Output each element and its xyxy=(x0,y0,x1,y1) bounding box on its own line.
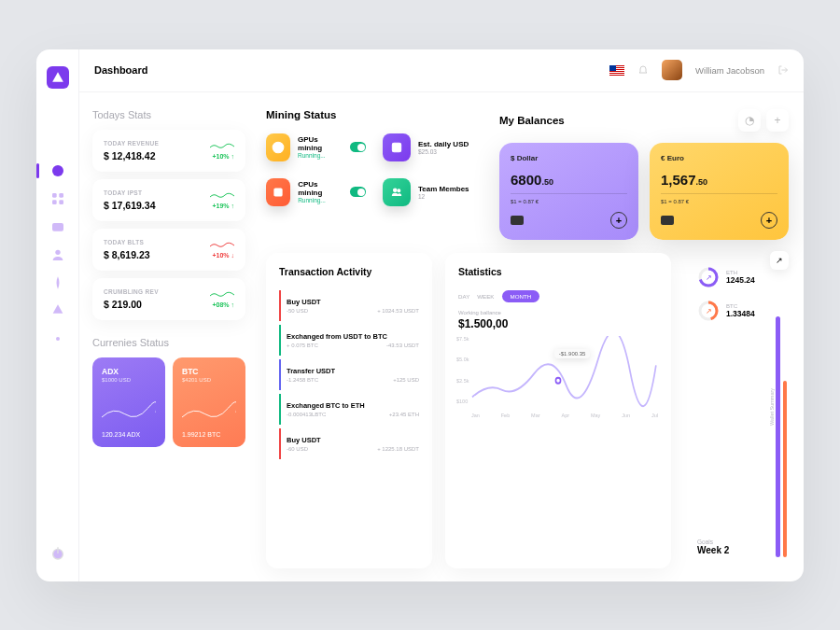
mining-item: GPUs miningRunning... xyxy=(266,133,366,161)
stats-heading: Todays Stats xyxy=(92,109,245,120)
svg-point-6 xyxy=(55,249,60,254)
mining-section: Mining Status GPUs miningRunning...Est. … xyxy=(266,109,483,240)
balances-heading: My Balances xyxy=(499,115,565,126)
main-area: Dashboard William Jacobson Todays Stats … xyxy=(79,49,804,581)
goals-label: Goals xyxy=(697,539,776,545)
stat-label: CRUMBLING REV xyxy=(104,288,159,295)
stat-card[interactable]: TODAY REVENUE$ 12,418.42+10% ↑ xyxy=(92,130,245,172)
mining-item: CPUs miningRunning... xyxy=(266,178,366,206)
goals-panel: ↗ ↗ETH1245.24↗BTC1.33484 Goals Week 2 Wa… xyxy=(684,253,789,568)
stat-card[interactable]: TODAY IPST$ 17,619.34+19% ↑ xyxy=(92,179,245,221)
card-chip-icon xyxy=(661,216,674,225)
svg-text:↗: ↗ xyxy=(706,307,712,315)
balance-card-dollar[interactable]: $ Dollar6800.50$1 = 0.87 €+ xyxy=(499,143,638,240)
side-column: Todays Stats TODAY REVENUE$ 12,418.42+10… xyxy=(79,92,259,581)
toggle-switch[interactable] xyxy=(350,187,366,197)
transaction-item[interactable]: Exchanged BTC to ETH-0.000413LBTC+23.45 … xyxy=(279,394,419,425)
balance-chart: $7.5k$5.0k$2.5k$100 -$1.900.35 JanFebMar… xyxy=(458,336,658,418)
svg-point-7 xyxy=(56,337,60,341)
stat-pct: +10% ↑ xyxy=(212,153,234,160)
rail-active-indicator xyxy=(36,163,39,178)
nav-activity-icon[interactable] xyxy=(50,275,65,290)
svg-rect-1 xyxy=(52,193,57,198)
svg-rect-5 xyxy=(52,223,63,231)
chart-icon[interactable]: ◔ xyxy=(738,109,761,132)
transactions-heading: Transaction Activity xyxy=(279,266,419,277)
nav-wallet-icon[interactable] xyxy=(50,219,65,234)
goals-value: Week 2 xyxy=(697,545,776,555)
stat-value: $ 8,619.23 xyxy=(104,249,150,260)
svg-point-16 xyxy=(555,377,560,383)
stats-tab-month[interactable]: MONTH xyxy=(502,290,540,302)
svg-rect-3 xyxy=(52,200,57,204)
stat-card[interactable]: CRUMBLING REV$ 219.00+08% ↑ xyxy=(92,278,245,320)
mining-item: Team Membes12 xyxy=(383,178,483,206)
stat-pct: +10% ↓ xyxy=(212,252,234,259)
stat-pct: +19% ↑ xyxy=(212,203,234,209)
currencies-heading: Currenies Status xyxy=(92,337,245,348)
topbar: Dashboard William Jacobson xyxy=(79,49,804,92)
wallet-summary-label: Wallet Summary xyxy=(769,388,775,426)
balance-card-euro[interactable]: € Euro1,567.50$1 = 0.87 €+ xyxy=(650,143,789,240)
stat-card[interactable]: TODAY BLTS$ 8,619.23+10% ↓ xyxy=(92,229,245,271)
add-button[interactable]: + xyxy=(610,212,627,229)
goal-item: ↗ETH1245.24 xyxy=(697,266,776,288)
transaction-item[interactable]: Buy USDT-60 USD+ 1225.18 USDT xyxy=(279,428,419,459)
transaction-item[interactable]: Buy USDT-50 USD+ 1024.53 USDT xyxy=(279,290,419,321)
working-balance-label: Working ballance xyxy=(458,310,658,315)
chart-tooltip: -$1.900.35 xyxy=(554,349,591,358)
mining-item: Est. daily USD$25.03 xyxy=(383,133,483,161)
page-title: Dashboard xyxy=(94,64,147,76)
stat-label: TODAY BLTS xyxy=(104,239,150,245)
flag-us-icon[interactable] xyxy=(609,65,624,76)
toggle-switch[interactable] xyxy=(350,142,366,152)
stats-tab-day[interactable]: DAY xyxy=(458,293,469,300)
nav-alerts-icon[interactable] xyxy=(50,303,65,318)
transaction-item[interactable]: Transfer USDT-1.2458 BTC+125 USD xyxy=(279,359,419,390)
nav-apps-icon[interactable] xyxy=(50,191,65,206)
summary-bar xyxy=(776,316,780,556)
currency-card-adx[interactable]: ADX$1000 USD120.234 ADX xyxy=(92,357,165,447)
stat-value: $ 219.00 xyxy=(104,299,159,310)
avatar[interactable] xyxy=(662,60,682,80)
currency-card-btc[interactable]: BTC$4201 USD1.99212 BTC xyxy=(173,357,245,447)
statistics-panel: Statistics DAYWEEKMONTH Working ballance… xyxy=(445,253,671,568)
orange-icon xyxy=(266,178,290,206)
transaction-item[interactable]: Exchanged from USDT to BTC+ 0.075 BTC-43… xyxy=(279,325,419,356)
notification-icon[interactable] xyxy=(637,64,649,76)
yellow-icon xyxy=(266,133,290,161)
stat-pct: +08% ↑ xyxy=(212,301,234,308)
nav-profile-icon[interactable] xyxy=(50,247,65,262)
mining-heading: Mining Status xyxy=(266,109,483,120)
logout-icon[interactable] xyxy=(777,64,789,76)
svg-point-15 xyxy=(398,189,400,191)
transaction-panel: Transaction Activity Buy USDT-50 USD+ 10… xyxy=(266,253,432,568)
purple-icon xyxy=(383,133,411,161)
stat-label: TODAY REVENUE xyxy=(104,140,159,147)
svg-rect-4 xyxy=(59,200,63,204)
stats-tab-week[interactable]: WEEK xyxy=(477,293,494,300)
balances-section: My Balances ◔ + $ Dollar6800.50$1 = 0.87… xyxy=(499,109,789,240)
add-button[interactable]: + xyxy=(761,212,777,229)
summary-bar xyxy=(783,381,788,556)
svg-rect-13 xyxy=(276,190,280,194)
user-name: William Jacobson xyxy=(695,65,764,76)
app-shell: Dashboard William Jacobson Todays Stats … xyxy=(36,49,804,581)
stat-value: $ 17,619.34 xyxy=(104,200,155,211)
green-icon xyxy=(383,178,411,206)
power-icon[interactable] xyxy=(50,546,65,561)
card-chip-icon xyxy=(511,216,524,225)
add-balance-button[interactable]: + xyxy=(766,109,789,132)
svg-rect-2 xyxy=(59,193,63,198)
nav-rail xyxy=(36,49,79,581)
stat-value: $ 12,418.42 xyxy=(104,150,159,161)
svg-point-14 xyxy=(394,188,398,191)
logo-icon[interactable] xyxy=(47,66,69,89)
stat-label: TODAY IPST xyxy=(104,189,155,196)
svg-point-11 xyxy=(395,146,399,149)
content: Todays Stats TODAY REVENUE$ 12,418.42+10… xyxy=(79,92,804,581)
nav-settings-icon[interactable] xyxy=(50,331,65,346)
nav-dashboard-icon[interactable] xyxy=(50,163,65,178)
statistics-heading: Statistics xyxy=(458,266,658,277)
svg-text:↗: ↗ xyxy=(706,273,712,282)
